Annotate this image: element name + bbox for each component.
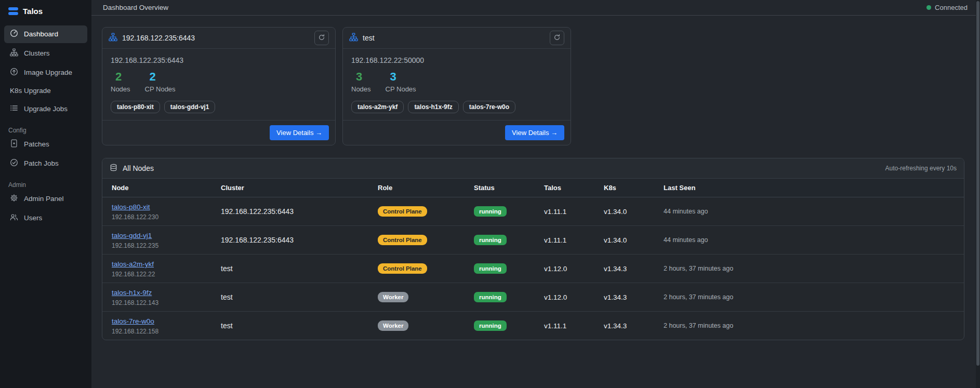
node-tag[interactable]: talos-7re-w0o [463, 101, 515, 113]
cp-nodes-count: 2 [145, 71, 176, 83]
cluster-endpoint: 192.168.122.22:50000 [351, 56, 562, 64]
cluster-cards-row: 192.168.122.235:6443 192.168.122.235:644… [102, 27, 964, 145]
status-badge: running [474, 263, 507, 274]
cp-nodes-label: CP Nodes [145, 85, 176, 93]
role-badge: Worker [378, 320, 408, 331]
cell-cluster: 192.168.122.235:6443 [217, 231, 374, 249]
cell-k8s-version: v1.34.3 [600, 317, 659, 335]
sidebar-item-admin-panel[interactable]: Admin Panel [4, 190, 87, 208]
col-node: Node [108, 179, 217, 197]
sidebar-item-patch-jobs[interactable]: Patch Jobs [4, 155, 87, 172]
cell-last-seen: 44 minutes ago [659, 203, 964, 220]
cluster-card-body: 192.168.122.22:50000 3 Nodes 3 CP Nodes [343, 49, 571, 120]
gear-icon [10, 194, 18, 204]
col-last-seen: Last Seen [659, 179, 964, 197]
cell-last-seen: 2 hours, 37 minutes ago [659, 317, 964, 334]
sidebar-item-upgrade-jobs[interactable]: Upgrade Jobs [4, 100, 87, 118]
sidebar-item-patches[interactable]: Patches [4, 136, 87, 153]
node-tags: talos-a2m-ykf talos-h1x-9fz talos-7re-w0… [351, 101, 562, 113]
refresh-icon [318, 34, 325, 43]
node-ip: 192.168.122.230 [112, 213, 213, 221]
table-row: talos-h1x-9fz 192.168.122.143 test Worke… [102, 283, 964, 312]
cell-last-seen: 2 hours, 37 minutes ago [659, 260, 964, 277]
sidebar-item-clusters[interactable]: Clusters [4, 45, 87, 62]
sidebar-item-image-upgrade[interactable]: Image Upgrade [4, 64, 87, 82]
cluster-name: test [363, 34, 375, 42]
cell-talos-version: v1.12.0 [540, 289, 600, 306]
cluster-card-header: 192.168.122.235:6443 [102, 28, 335, 49]
auto-refresh-note: Auto-refreshing every 10s [885, 165, 957, 172]
patch-check-icon [10, 158, 18, 169]
view-details-button[interactable]: View Details → [270, 125, 329, 140]
node-ip: 192.168.122.22 [112, 271, 213, 278]
connection-status: Connected [926, 4, 968, 11]
list-icon [10, 104, 18, 114]
all-nodes-title: All Nodes [110, 164, 154, 173]
node-link[interactable]: talos-gdd-vj1 [112, 232, 152, 239]
sidebar-item-label: Upgrade Jobs [24, 105, 68, 113]
sidebar-item-label: K8s Upgrade [10, 87, 51, 95]
col-talos: Talos [540, 179, 600, 197]
topbar: Dashboard Overview Connected [91, 0, 980, 16]
status-badge: running [474, 235, 507, 245]
scrollbar-thumb[interactable] [976, 1, 979, 366]
role-badge: Control Plane [378, 206, 427, 217]
nodes-label: Nodes [111, 85, 130, 93]
node-tag[interactable]: talos-a2m-ykf [351, 101, 404, 113]
refresh-icon [553, 34, 561, 43]
node-tags: talos-p80-xit talos-gdd-vj1 [111, 101, 327, 113]
cell-talos-version: v1.11.1 [540, 203, 600, 220]
talos-logo-icon [8, 7, 18, 15]
refresh-button[interactable] [314, 31, 329, 45]
status-badge: running [474, 206, 507, 217]
cell-talos-version: v1.11.1 [540, 232, 600, 249]
database-icon [110, 164, 117, 173]
col-status: Status [470, 179, 540, 197]
sidebar-item-label: Image Upgrade [24, 69, 72, 77]
node-tag[interactable]: talos-gdd-vj1 [164, 101, 216, 113]
cell-last-seen: 44 minutes ago [659, 232, 964, 248]
cell-cluster: test [217, 260, 374, 277]
all-nodes-label: All Nodes [123, 164, 154, 172]
page-title: Dashboard Overview [103, 4, 168, 11]
cell-cluster: test [217, 288, 374, 306]
role-badge: Control Plane [378, 263, 427, 274]
sidebar-item-label: Users [24, 214, 42, 222]
cluster-diagram-icon [10, 48, 18, 59]
app-window: Talos Dashboard Clusters Image Upgrade K… [0, 0, 980, 388]
brand-name: Talos [23, 7, 43, 16]
cell-k8s-version: v1.34.3 [600, 260, 659, 277]
col-role: Role [374, 179, 470, 197]
people-icon [10, 213, 18, 223]
cp-nodes-label: CP Nodes [386, 85, 416, 93]
sidebar-section-admin: Admin [0, 181, 91, 189]
refresh-button[interactable] [550, 31, 564, 45]
sidebar: Talos Dashboard Clusters Image Upgrade K… [0, 0, 91, 388]
cluster-card: 192.168.122.235:6443 192.168.122.235:644… [102, 27, 336, 145]
col-cluster: Cluster [217, 179, 374, 197]
sidebar-item-dashboard[interactable]: Dashboard [4, 25, 87, 43]
node-link[interactable]: talos-7re-w0o [112, 317, 154, 325]
cluster-card-footer: View Details → [102, 120, 335, 145]
journal-icon [10, 139, 18, 150]
cluster-card-header: test [343, 28, 571, 49]
cell-cluster: 192.168.122.235:6443 [217, 203, 374, 220]
sidebar-item-label: Patches [24, 140, 49, 149]
nodes-stat: 2 Nodes [111, 71, 130, 93]
cell-k8s-version: v1.34.0 [600, 232, 659, 249]
node-link[interactable]: talos-a2m-ykf [112, 260, 154, 268]
node-tag[interactable]: talos-h1x-9fz [408, 101, 458, 113]
all-nodes-panel: All Nodes Auto-refreshing every 10s Node… [102, 158, 964, 340]
cluster-diagram-icon [349, 33, 358, 43]
node-link[interactable]: talos-p80-xit [112, 203, 150, 211]
view-details-button[interactable]: View Details → [505, 125, 564, 140]
sidebar-item-k8s-upgrade[interactable]: K8s Upgrade [4, 83, 87, 99]
sidebar-item-users[interactable]: Users [4, 209, 87, 227]
sidebar-item-label: Dashboard [24, 30, 58, 38]
node-tag[interactable]: talos-p80-xit [111, 101, 160, 113]
vertical-scrollbar[interactable] [976, 0, 980, 388]
cell-last-seen: 2 hours, 37 minutes ago [659, 289, 964, 305]
cp-nodes-stat: 2 CP Nodes [145, 71, 176, 93]
nodes-stat: 3 Nodes [351, 71, 371, 93]
node-link[interactable]: talos-h1x-9fz [112, 289, 152, 297]
